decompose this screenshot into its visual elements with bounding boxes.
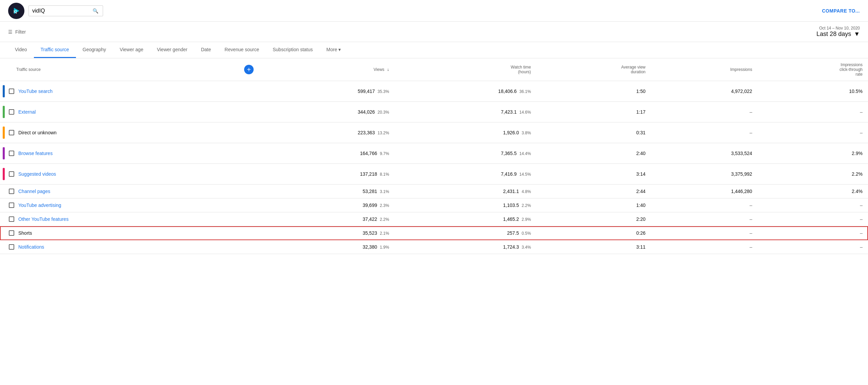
impressions-cell: 3,375,992 [651,164,758,185]
color-indicator [3,106,5,118]
sort-arrow-icon: ↓ [387,67,389,72]
col-header-avg-view: Average view duration [536,58,651,81]
source-link-other-youtube[interactable]: Other YouTube features [18,216,68,222]
impressions-cell: – [651,198,758,212]
col-header-watch-time: Watch time (hours) [395,58,536,81]
source-cell-youtube-advertising: YouTube advertising [0,198,241,212]
watch-time-cell: 2,431.14.8% [395,185,536,198]
table-row: YouTube advertising39,6992.3%1,103.52.2%… [0,198,868,212]
views-cell: 53,2813.1% [257,185,395,198]
col-header-add[interactable]: + [241,58,257,81]
source-link-browse-features[interactable]: Browse features [18,151,53,156]
date-range-section: Oct 14 – Nov 10, 2020 Last 28 days ▼ [816,26,860,38]
source-label-direct: Direct or unknown [18,130,57,135]
source-link-youtube-advertising[interactable]: YouTube advertising [18,203,61,208]
views-cell: 344,02620.3% [257,102,395,122]
tab-traffic-source[interactable]: Traffic source [34,42,76,58]
compare-button[interactable]: COMPARE TO... [822,8,860,14]
analytics-tabs: Video Traffic source Geography Viewer ag… [0,42,868,58]
source-cell-notifications: Notifications [0,240,241,254]
table-row: Suggested videos137,2188.1%7,416.914.5%3… [0,164,868,185]
search-box[interactable]: 🔍 [28,5,103,16]
tab-viewer-age[interactable]: Viewer age [113,42,150,58]
avg-duration-cell: 1:40 [536,198,651,212]
row-checkbox-external[interactable] [9,109,14,115]
ctr-cell: – [757,226,868,240]
table-row: Browse features164,7669.7%7,365.514.4%2:… [0,143,868,164]
tab-viewer-gender[interactable]: Viewer gender [150,42,194,58]
source-link-suggested-videos[interactable]: Suggested videos [18,171,56,177]
table-row: Other YouTube features37,4222.2%1,465.22… [0,212,868,226]
period-selector[interactable]: Last 28 days ▼ [816,31,860,38]
row-checkbox-other-youtube[interactable] [9,216,14,222]
source-cell-youtube-search: YouTube search [0,81,241,102]
watch-time-cell: 7,365.514.4% [395,143,536,164]
source-link-external[interactable]: External [18,109,36,115]
add-column-button[interactable]: + [244,65,254,74]
color-indicator [3,168,5,180]
tab-revenue-source[interactable]: Revenue source [218,42,266,58]
source-label-shorts: Shorts [18,230,32,236]
watch-time-cell: 1,103.52.2% [395,198,536,212]
ctr-cell: 2.9% [757,143,868,164]
add-cell [241,164,257,185]
views-cell: 599,41735.3% [257,81,395,102]
tab-geography[interactable]: Geography [76,42,113,58]
search-icon: 🔍 [93,8,98,14]
views-cell: 37,4222.2% [257,212,395,226]
views-cell: 164,7669.7% [257,143,395,164]
header: IQ 🔍 COMPARE TO... [0,0,868,22]
filter-bar: ☰ Filter Oct 14 – Nov 10, 2020 Last 28 d… [0,22,868,42]
col-header-ctr: Impressions click-through rate [757,58,868,81]
row-checkbox-youtube-search[interactable] [9,89,14,94]
row-checkbox-suggested-videos[interactable] [9,171,14,177]
row-checkbox-direct[interactable] [9,130,14,135]
tab-more[interactable]: More ▾ [320,42,348,58]
ctr-cell: – [757,198,868,212]
add-cell [241,240,257,254]
source-cell-other-youtube: Other YouTube features [0,212,241,226]
tab-subscription-status[interactable]: Subscription status [266,42,319,58]
filter-section[interactable]: ☰ Filter [8,29,26,35]
color-indicator [3,147,5,159]
source-link-notifications[interactable]: Notifications [18,244,44,250]
table-row: Channel pages53,2813.1%2,431.14.8%2:441,… [0,185,868,198]
row-checkbox-browse-features[interactable] [9,151,14,156]
avg-duration-cell: 1:50 [536,81,651,102]
table-row: Direct or unknown223,36313.2%1,926.03.8%… [0,122,868,143]
watch-time-cell: 1,465.22.9% [395,212,536,226]
ctr-cell: 10.5% [757,81,868,102]
add-cell [241,198,257,212]
row-checkbox-shorts[interactable] [9,230,14,236]
tab-date[interactable]: Date [194,42,218,58]
ctr-cell: 2.2% [757,164,868,185]
avg-duration-cell: 0:26 [536,226,651,240]
row-checkbox-notifications[interactable] [9,244,14,250]
source-link-channel-pages[interactable]: Channel pages [18,189,50,194]
row-checkbox-channel-pages[interactable] [9,189,14,194]
traffic-source-table: Traffic source + Views ↓ Watch time (hou… [0,58,868,254]
ctr-cell: – [757,122,868,143]
impressions-cell: – [651,102,758,122]
avg-duration-cell: 1:17 [536,102,651,122]
row-checkbox-youtube-advertising[interactable] [9,203,14,208]
source-cell-channel-pages: Channel pages [0,185,241,198]
watch-time-cell: 18,406.636.1% [395,81,536,102]
col-header-views[interactable]: Views ↓ [257,58,395,81]
impressions-cell: – [651,212,758,226]
header-left: IQ 🔍 [8,3,103,19]
add-cell [241,226,257,240]
source-link-youtube-search[interactable]: YouTube search [18,89,53,94]
add-cell [241,143,257,164]
views-cell: 32,3801.9% [257,240,395,254]
ctr-cell: – [757,240,868,254]
source-cell-shorts: Shorts [0,226,241,240]
impressions-cell: – [651,226,758,240]
svg-text:IQ: IQ [14,10,17,14]
impressions-cell: 1,446,280 [651,185,758,198]
table-row: YouTube search599,41735.3%18,406.636.1%1… [0,81,868,102]
search-input[interactable] [32,8,90,14]
watch-time-cell: 1,926.03.8% [395,122,536,143]
tab-video[interactable]: Video [8,42,34,58]
filter-icon: ☰ [8,29,13,35]
